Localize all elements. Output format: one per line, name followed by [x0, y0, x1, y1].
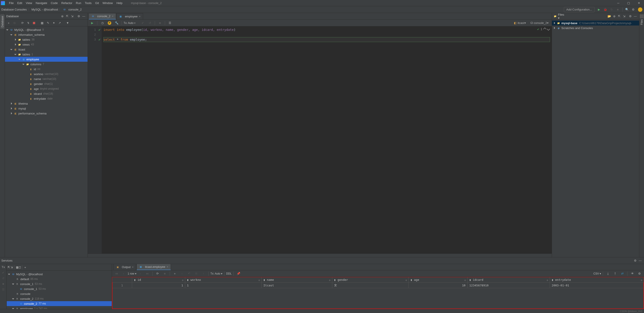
menu-help[interactable]: Help: [115, 1, 124, 5]
tab-output[interactable]: ▣ Output ×: [113, 264, 136, 270]
add-row-icon[interactable]: ＋: [172, 271, 178, 276]
row-count[interactable]: 1 row ▾: [128, 272, 136, 275]
table-view-icon[interactable]: ▦: [40, 20, 45, 26]
explain-plan-icon[interactable]: P: [107, 20, 112, 26]
stop-icon[interactable]: [31, 20, 37, 26]
tree-folder[interactable]: 📁 tables36: [5, 37, 88, 42]
debug-button[interactable]: 🐞: [602, 7, 608, 12]
layout-icon[interactable]: ☰: [2, 288, 5, 291]
tree-column[interactable]: ▮namevarchar(10): [5, 76, 88, 81]
prev-page-icon[interactable]: ‹: [121, 271, 126, 276]
close-tab-icon[interactable]: ×: [132, 265, 134, 269]
close-tab-icon[interactable]: ×: [139, 15, 140, 18]
layout-icon[interactable]: ☰: [167, 20, 173, 26]
collapse-icon[interactable]: ⇲: [10, 266, 13, 269]
collapse-icon[interactable]: ⇲: [622, 14, 626, 19]
window-close-button[interactable]: ✕: [634, 0, 644, 6]
tree-column[interactable]: ▮idint: [5, 67, 88, 72]
tree-schema[interactable]: ◧ performance_schema: [5, 111, 88, 116]
svc-query[interactable]: ⛁console_153 ms: [7, 286, 112, 291]
col-header[interactable]: ▮ id÷: [132, 277, 185, 283]
gear-icon[interactable]: ⚙: [637, 271, 642, 276]
reload-icon[interactable]: ⟳: [155, 271, 160, 276]
database-tree[interactable]: ⛁ MySQL - @localhost9 ◧ information_sche…: [5, 26, 88, 257]
filter-icon[interactable]: ▼: [65, 20, 70, 26]
filter-by-icon[interactable]: ⍰: [19, 266, 21, 269]
stop-button[interactable]: ■: [615, 7, 620, 12]
scratches-node[interactable]: ◕ Scratches and Consoles: [552, 25, 639, 30]
tree-column[interactable]: ▮idcardchar(18): [5, 91, 88, 96]
tx-mode[interactable]: Tx: Auto ▾: [124, 21, 136, 25]
history-icon[interactable]: ◷: [100, 20, 105, 26]
col-header[interactable]: ▮ name÷: [262, 277, 332, 283]
result-grid[interactable]: ▮ id÷ ▮ workno÷ ▮ name÷ ▮ gender÷ ▮ age÷…: [112, 277, 644, 309]
expand-icon[interactable]: ⇱: [8, 266, 10, 269]
group-icon[interactable]: ▦: [16, 266, 18, 269]
window-maximize-button[interactable]: ▢: [624, 0, 634, 6]
window-minimize-button[interactable]: ─: [613, 0, 624, 6]
check-icon[interactable]: ✔: [2, 271, 4, 274]
chevron-up-icon[interactable]: [543, 27, 546, 31]
jump-icon[interactable]: ↗: [57, 20, 62, 26]
svc-session[interactable]: ⎘default85 ms: [7, 277, 112, 282]
menu-git[interactable]: Git: [94, 1, 101, 5]
wrench-icon[interactable]: 🔧: [114, 20, 119, 26]
submit-icon[interactable]: ↑: [201, 271, 206, 276]
gear-icon[interactable]: ⚙: [76, 14, 81, 19]
col-header[interactable]: ▮ entrydate÷: [550, 277, 644, 283]
tree-folder[interactable]: 📁 views43: [5, 42, 88, 47]
chevron-down-icon[interactable]: [547, 27, 550, 31]
clone-icon[interactable]: ⎘: [194, 271, 199, 276]
rerun-button[interactable]: ↻: [609, 7, 614, 12]
code-line[interactable]: select * from employee;: [104, 37, 550, 42]
tx-icon[interactable]: Tx: [2, 265, 5, 269]
first-page-icon[interactable]: ⏮: [114, 271, 119, 276]
search-button[interactable]: 🔍: [624, 7, 630, 12]
code-line[interactable]: [104, 32, 550, 37]
execute-button[interactable]: ▶: [90, 20, 95, 26]
current-schema[interactable]: ◧itcast ▾: [512, 20, 527, 26]
edit-icon[interactable]: ✎: [45, 20, 50, 26]
last-page-icon[interactable]: ⏭: [145, 271, 150, 276]
download-icon[interactable]: ⭳: [605, 271, 611, 276]
tab-result[interactable]: ▦ itcast.employee ×: [136, 264, 171, 270]
menu-run[interactable]: Run: [74, 1, 83, 5]
next-page-icon[interactable]: ›: [138, 271, 143, 276]
hide-panel-icon[interactable]: —: [633, 14, 638, 19]
new-target-icon[interactable]: ⊕: [60, 14, 65, 19]
close-tab-icon[interactable]: ×: [166, 265, 168, 269]
svc-session[interactable]: ⎘console_2118 ms: [7, 296, 112, 301]
tree-column[interactable]: ▮agetinyint unsigned: [5, 86, 88, 91]
files-panel-title[interactable]: Files ▾: [558, 13, 564, 20]
tree-column[interactable]: ▮genderchar(1): [5, 81, 88, 86]
rollback-icon[interactable]: ↯: [26, 20, 31, 26]
services-tree[interactable]: ⛁MySQL - @localhost ⎘default85 ms ⎘conso…: [7, 271, 112, 309]
svc-root[interactable]: ⛁MySQL - @localhost: [7, 272, 112, 277]
expand-selected-icon[interactable]: ⇱: [65, 14, 70, 19]
add-icon[interactable]: ＋: [6, 20, 11, 26]
svc-session[interactable]: ⎘console_153 ms: [7, 282, 112, 286]
remove-row-icon[interactable]: －: [179, 271, 185, 276]
duplicate-icon[interactable]: ⧉: [12, 20, 17, 26]
tree-schema[interactable]: ◧ itheima: [5, 101, 88, 106]
menu-refactor[interactable]: Refactor: [60, 1, 74, 5]
hide-panel-icon[interactable]: —: [81, 14, 86, 19]
commit-icon[interactable]: ✔: [140, 20, 145, 26]
gear-icon[interactable]: ⚙: [633, 258, 638, 263]
stop-icon[interactable]: ■: [2, 282, 4, 286]
svc-query-active[interactable]: ⛁console_277 ms: [7, 301, 112, 306]
menu-window[interactable]: Window: [101, 1, 115, 5]
current-session[interactable]: ⛁console_2 ▾: [529, 20, 550, 26]
key-icon[interactable]: ✦: [51, 20, 56, 26]
refresh-icon[interactable]: ⟳: [20, 20, 25, 26]
editor-tab-console2[interactable]: ⛁ console_2 ×: [89, 13, 116, 19]
rollback-icon[interactable]: ↺: [2, 277, 4, 280]
eye-icon[interactable]: 👁: [630, 271, 635, 276]
menu-navigate[interactable]: Navigate: [34, 1, 49, 5]
tree-column[interactable]: ▮worknovarchar(10): [5, 72, 88, 76]
run-button[interactable]: ▶: [596, 7, 602, 12]
settings-icon[interactable]: ⚙: [630, 7, 636, 12]
col-header[interactable]: ▮ workno÷: [185, 277, 262, 283]
editor-tab-employee[interactable]: ▦ employee ×: [116, 13, 143, 19]
breadcrumb-item[interactable]: MySQL - @localhost: [31, 8, 58, 11]
